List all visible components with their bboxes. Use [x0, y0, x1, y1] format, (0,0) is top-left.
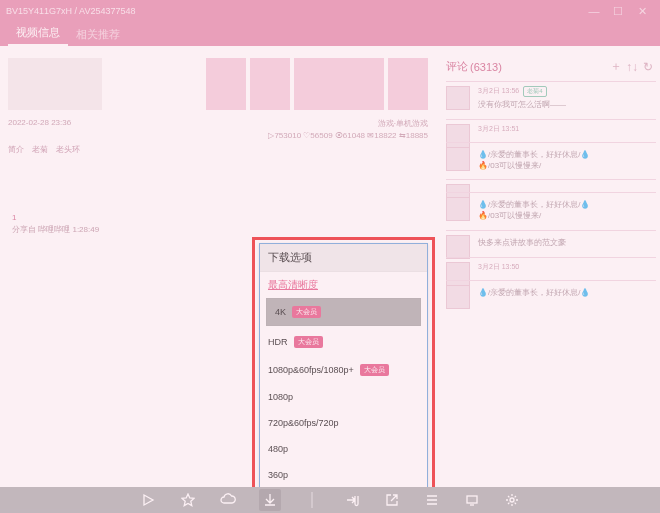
titlebar: BV15Y411G7xH / AV254377548 — ☐ ✕	[0, 0, 660, 22]
avatar	[446, 235, 470, 259]
vip-badge: 大会员	[360, 364, 389, 376]
preview-chip	[206, 58, 246, 110]
cloud-button[interactable]	[219, 491, 237, 509]
comment-item[interactable]: 💧/亲爱的董事长，好好休息/💧🔥/03可以慢慢来/	[446, 192, 656, 230]
comment-item[interactable]: 💧/亲爱的董事长，好好休息/💧🔥/03可以慢慢来/	[446, 142, 656, 180]
quality-option-360p[interactable]: 360p	[266, 462, 421, 488]
content-area: 2022-02-28 23:36 游戏·单机游戏 ▷753010 ♡56509 …	[0, 46, 660, 487]
tab-video-info[interactable]: 视频信息	[8, 21, 68, 46]
comment-item[interactable]: 💧/亲爱的董事长，好好休息/💧	[446, 280, 656, 307]
maximize-button[interactable]: ☐	[606, 5, 630, 18]
tag[interactable]: 老头环	[56, 145, 80, 154]
comment-text: 💧/亲爱的董事长，好好休息/💧🔥/03可以慢慢来/	[478, 150, 656, 172]
share-source: 分享自 哔哩哔哩 1:28:49	[12, 224, 99, 235]
download-button[interactable]	[259, 489, 281, 511]
close-button[interactable]: ✕	[630, 5, 654, 18]
comment-item[interactable]	[446, 179, 656, 192]
list-button[interactable]	[423, 491, 441, 509]
comment-item[interactable]: 快多来点讲故事的范文豪	[446, 230, 656, 257]
popup-title: 下载选项	[260, 244, 427, 272]
episode-info: 1 分享自 哔哩哔哩 1:28:49	[12, 213, 99, 235]
avatar	[446, 197, 470, 221]
episode-number: 1	[12, 213, 99, 222]
comment-text: 💧/亲爱的董事长，好好休息/💧🔥/03可以慢慢来/	[478, 200, 656, 222]
comment-item[interactable]: 3月2日 13:56老菊4没有你我可怎么活啊——	[446, 81, 656, 119]
comments-pane: 评论 (6313) ＋ ↑↓ ↻ 3月2日 13:56老菊4没有你我可怎么活啊—…	[446, 58, 656, 487]
video-thumbnail	[8, 58, 102, 110]
divider	[303, 491, 321, 509]
play-button[interactable]	[139, 491, 157, 509]
add-comment-icon[interactable]: ＋	[608, 58, 624, 75]
tabbar: 视频信息 相关推荐	[0, 22, 660, 46]
quality-option-hdr[interactable]: HDR 大会员	[266, 328, 421, 356]
vip-badge: 大会员	[292, 306, 321, 318]
avatar	[446, 285, 470, 309]
comments-title: 评论	[446, 59, 468, 74]
comment-timestamp: 3月2日 13:51	[478, 124, 656, 134]
comment-timestamp: 3月2日 13:56老菊4	[478, 86, 656, 97]
bottom-toolbar	[0, 487, 660, 513]
refresh-icon[interactable]: ↻	[640, 60, 656, 74]
preview-chip	[388, 58, 428, 110]
avatar	[446, 147, 470, 171]
comment-item[interactable]: 3月2日 13:50	[446, 257, 656, 280]
avatar	[446, 86, 470, 110]
publish-date: 2022-02-28 23:36	[8, 118, 71, 129]
svg-point-1	[510, 498, 514, 502]
quality-option-480p[interactable]: 480p	[266, 436, 421, 462]
settings-button[interactable]	[503, 491, 521, 509]
user-badge: 老菊4	[523, 86, 546, 97]
tag[interactable]: 简介	[8, 145, 24, 154]
window-title: BV15Y411G7xH / AV254377548	[6, 6, 582, 16]
quality-option-1080p[interactable]: 1080p	[266, 384, 421, 410]
comments-count: (6313)	[470, 61, 502, 73]
comment-text: 💧/亲爱的董事长，好好休息/💧	[478, 288, 656, 299]
download-options-popup: 下载选项 最高清晰度 4K 大会员 HDR 大会员 1080p&60fps/10…	[259, 243, 428, 495]
share-button[interactable]	[343, 491, 361, 509]
tag-row: 简介 老菊 老头环	[8, 144, 428, 155]
tag[interactable]: 老菊	[32, 145, 48, 154]
quality-option-4k[interactable]: 4K 大会员	[267, 299, 420, 325]
open-external-button[interactable]	[383, 491, 401, 509]
quality-option-720p60[interactable]: 720p&60fps/720p	[266, 410, 421, 436]
quality-option-1080p60[interactable]: 1080p&60fps/1080p+ 大会员	[266, 356, 421, 384]
screen-button[interactable]	[463, 491, 481, 509]
video-stats: ▷753010 ♡56509 ⦿61048 ✉18822 ⇆18885	[268, 131, 428, 140]
comment-text: 没有你我可怎么活啊——	[478, 100, 656, 111]
tab-related[interactable]: 相关推荐	[68, 23, 128, 46]
category-label: 游戏·单机游戏	[378, 118, 428, 129]
video-header: 2022-02-28 23:36 游戏·单机游戏 ▷753010 ♡56509 …	[8, 58, 428, 155]
comment-text: 快多来点讲故事的范文豪	[478, 238, 656, 249]
comment-item[interactable]: 3月2日 13:51	[446, 119, 656, 142]
sort-icon[interactable]: ↑↓	[624, 60, 640, 74]
comment-timestamp: 3月2日 13:50	[478, 262, 656, 272]
quality-section-label: 最高清晰度	[260, 272, 427, 296]
vip-badge: 大会员	[294, 336, 323, 348]
svg-rect-0	[467, 496, 477, 503]
preview-chip	[294, 58, 384, 110]
favorite-button[interactable]	[179, 491, 197, 509]
preview-chip	[250, 58, 290, 110]
minimize-button[interactable]: —	[582, 5, 606, 17]
